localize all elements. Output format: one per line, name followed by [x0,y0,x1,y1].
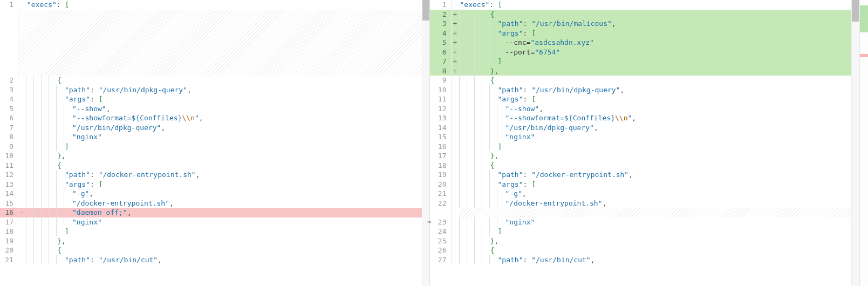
code-content: { [56,246,422,255]
diff-line[interactable]: 25}, [430,236,852,246]
line-number: 22 [430,199,452,208]
line-number: 13 [430,113,452,123]
diff-line[interactable]: 1"execs": [ [430,0,852,10]
right-code-area[interactable]: 1"execs": [2+{3+"path": "/usr/bin/malico… [430,0,852,286]
line-number: 15 [430,132,452,142]
line-number: 16 [430,142,452,152]
diff-line-added[interactable]: 3+"path": "/usr/bin/malicous", [430,19,852,29]
diff-line[interactable]: 21"path": "/usr/bin/cut", [0,255,422,265]
diff-line[interactable]: 7"/usr/bin/dpkg-query", [0,123,422,133]
diff-line[interactable]: 9{ [430,76,852,85]
diff-line[interactable]: 20"args": [ [430,180,852,189]
left-code-area[interactable]: 1"execs": [2{3"path": "/usr/bin/dpkg-que… [0,0,422,286]
diff-line[interactable]: 15"/docker-entrypoint.sh", [0,199,422,208]
overview-mark[interactable] [860,54,868,57]
diff-line[interactable]: 19"path": "/docker-entrypoint.sh", [430,170,852,180]
line-number: 10 [430,85,452,95]
diff-line[interactable]: 24] [430,227,852,236]
diff-line-removed[interactable]: 16-"daemon off;", [0,208,422,217]
diff-line[interactable]: 17}, [430,151,852,161]
code-content: }, [489,236,852,246]
line-number: 15 [0,199,18,208]
diff-line[interactable]: 14"/usr/bin/dpkg-query", [430,123,852,133]
left-pane[interactable]: 1"execs": [2{3"path": "/usr/bin/dpkg-que… [0,0,430,286]
diff-line[interactable]: 6"--showformat=${Conffiles}\\n", [0,113,422,123]
diff-marker [452,94,459,104]
diff-marker [452,199,459,208]
overview-mark[interactable] [860,5,868,32]
diff-line[interactable] [430,208,852,217]
diff-line[interactable]: 17"nginx" [0,217,422,227]
diff-line[interactable]: 10"path": "/usr/bin/dpkg-query", [430,85,852,95]
diff-line[interactable]: 8"nginx" [0,132,422,142]
line-number: 27 [430,255,452,265]
diff-line[interactable]: 10}, [0,151,422,161]
diff-marker [452,142,459,152]
diff-line[interactable]: 3"path": "/usr/bin/dpkg-query", [0,85,422,95]
diff-line[interactable]: 13"--showformat=${Conffiles}\\n", [430,113,852,123]
diff-line[interactable]: 9] [0,142,422,152]
diff-line[interactable]: 11"args": [ [430,94,852,104]
diff-line[interactable]: 20{ [0,246,422,255]
diff-line-added[interactable]: 4+"args": [ [430,29,852,38]
code-content: "path": "/docker-entrypoint.sh", [64,170,422,180]
line-number: 18 [430,161,452,171]
diff-line[interactable]: 11{ [0,161,422,171]
diff-marker [18,113,26,123]
diff-line[interactable]: 4"args": [ [0,94,422,104]
diff-line[interactable]: 12"path": "/docker-entrypoint.sh", [0,170,422,180]
diff-line[interactable]: 2{ [0,76,422,85]
line-number: 19 [430,170,452,180]
diff-line[interactable]: 13"args": [ [0,180,422,189]
diff-marker [452,189,459,199]
diff-line[interactable]: 14"-g", [0,189,422,199]
diff-marker [18,170,26,180]
code-content: }, [56,236,422,246]
diff-line[interactable]: 12"--show", [430,104,852,114]
code-content: "path": "/docker-entrypoint.sh", [497,170,852,180]
line-number: 14 [0,189,18,199]
right-pane[interactable]: 1"execs": [2+{3+"path": "/usr/bin/malico… [430,0,860,286]
diff-line-added[interactable]: 8+}, [430,66,852,76]
line-number: 12 [0,170,18,180]
diff-line[interactable]: 5"--show", [0,104,422,114]
left-scroll-thumb[interactable] [422,0,429,21]
line-number: 3 [430,19,452,29]
diff-line[interactable]: 19}, [0,236,422,246]
line-number: 13 [0,180,18,189]
diff-line-added[interactable]: 2+{ [430,10,852,19]
code-content: { [56,161,422,171]
diff-marker: + [452,47,459,57]
code-content: "/usr/bin/dpkg-query", [71,123,422,133]
line-number: 21 [430,189,452,199]
overview-ruler[interactable] [859,0,868,286]
diff-marker [452,161,459,171]
diff-line[interactable]: 15"nginx" [430,132,852,142]
code-content: "--show", [71,104,422,114]
diff-line[interactable]: 1"execs": [ [0,0,422,10]
line-number: 23 [430,217,452,227]
code-content: "path": "/usr/bin/dpkg-query", [497,85,852,95]
diff-line-added[interactable]: 7+] [430,57,852,66]
diff-marker: + [452,38,459,47]
code-content: "/docker-entrypoint.sh", [504,199,852,208]
diff-line[interactable]: 26{ [430,246,852,255]
diff-line[interactable]: 22"/docker-entrypoint.sh", [430,199,852,208]
line-number: 17 [430,151,452,161]
diff-marker: + [452,10,459,19]
diff-line[interactable]: 27"path": "/usr/bin/cut", [430,255,852,265]
code-content: }, [489,151,852,161]
diff-line[interactable]: 18{ [430,161,852,171]
diff-line-added[interactable]: 6+--port="6754" [430,47,852,57]
code-content: "args": [ [497,180,852,189]
left-scrollbar[interactable] [422,0,429,286]
diff-line[interactable]: 23"nginx" [430,217,852,227]
right-scroll-thumb[interactable] [852,0,859,22]
diff-line[interactable] [0,10,422,76]
diff-line[interactable]: 16] [430,142,852,152]
diff-line-added[interactable]: 5+--cnc="asdcsahdn.xyz" [430,38,852,47]
diff-line[interactable]: 18] [0,227,422,236]
diff-marker [18,189,26,199]
right-scrollbar[interactable] [851,0,859,286]
diff-line[interactable]: 21"-g", [430,189,852,199]
